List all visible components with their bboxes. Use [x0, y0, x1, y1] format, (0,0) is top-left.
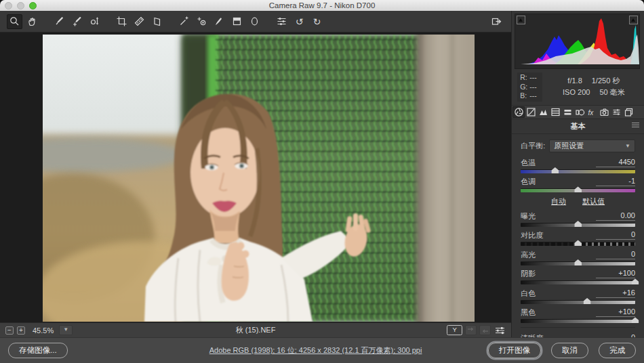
slider-track-contrast[interactable]: [521, 242, 635, 246]
slider-thumb-highlights[interactable]: [574, 259, 582, 265]
slider-label-blacks: 黑色: [521, 308, 536, 317]
slider-whites: 白色+16: [521, 289, 635, 304]
red-eye-tool-icon[interactable]: [194, 14, 209, 29]
slider-blacks: 黑色+100: [521, 307, 635, 323]
zoom-tool-icon[interactable]: [7, 14, 22, 29]
tab-effects[interactable]: fx: [586, 106, 598, 118]
tab-hsl-grayscale[interactable]: [549, 106, 561, 118]
titlebar: Camera Raw 9.7 - Nikon D700: [0, 0, 644, 11]
transform-tool-icon[interactable]: [149, 14, 165, 29]
rotate-right-icon[interactable]: ↻: [309, 14, 325, 29]
zoom-select-chevron-icon[interactable]: ▼: [59, 325, 73, 335]
slider-track-highlights[interactable]: [521, 261, 635, 265]
panel-header: 基本: [512, 119, 644, 134]
preview-settings-icon[interactable]: [494, 325, 506, 335]
slider-label-highlights: 高光: [521, 251, 536, 259]
rotate-left-icon[interactable]: ↺: [291, 14, 307, 29]
panel-menu-icon[interactable]: [632, 123, 639, 127]
straighten-tool-icon[interactable]: [132, 14, 147, 29]
slider-label-contrast: 对比度: [521, 231, 543, 240]
tab-snapshots[interactable]: [622, 106, 635, 118]
color-sampler-tool-icon[interactable]: [69, 14, 85, 29]
slider-value-tint[interactable]: -1: [596, 177, 635, 186]
traffic-lights: [5, 2, 37, 9]
slider-track-blacks[interactable]: [521, 319, 635, 323]
copy-settings-button[interactable]: [479, 325, 491, 335]
tab-presets[interactable]: [610, 106, 622, 118]
minimize-button[interactable]: [17, 2, 24, 9]
adjustment-brush-tool-icon[interactable]: [212, 14, 227, 29]
tab-lens-corrections[interactable]: [573, 106, 586, 118]
white-balance-tool-icon[interactable]: [52, 14, 67, 29]
radial-filter-tool-icon[interactable]: [247, 14, 262, 29]
slider-value-temperature[interactable]: 4450: [596, 158, 635, 167]
slider-track-shadows[interactable]: [521, 280, 635, 284]
preferences-tool-icon[interactable]: [274, 14, 289, 29]
preview-toggle-button[interactable]: Y: [447, 325, 462, 335]
done-button[interactable]: 完成: [599, 343, 636, 358]
slider-value-shadows[interactable]: +100: [596, 269, 635, 278]
slider-thumb-exposure[interactable]: [574, 221, 582, 227]
slider-value-blacks[interactable]: +100: [596, 307, 635, 317]
chevron-down-icon: ▼: [625, 143, 630, 149]
slider-value-whites[interactable]: +16: [596, 289, 635, 298]
slider-thumb-shadows[interactable]: [632, 278, 639, 284]
tab-camera-calibration[interactable]: [598, 106, 610, 118]
shadow-clipping-toggle[interactable]: [517, 16, 525, 24]
panel-title: 基本: [571, 122, 586, 130]
slider-label-tint: 色调: [521, 177, 536, 186]
camera-raw-window: Camera Raw 9.7 - Nikon D700: [0, 0, 644, 363]
slider-value-contrast[interactable]: 0: [596, 230, 635, 240]
spot-removal-tool-icon[interactable]: [176, 14, 192, 29]
default-link[interactable]: 默认值: [582, 196, 605, 207]
slider-thumb-temperature[interactable]: [551, 167, 559, 173]
basic-panel-body: 白平衡: 原照设置 ▼ 色温4450色调-1 自动 默认值 曝光0.00对比度0…: [512, 134, 644, 337]
slider-thumb-whites[interactable]: [584, 298, 591, 304]
graduated-filter-tool-icon[interactable]: [229, 14, 245, 29]
slider-value-exposure[interactable]: 0.00: [596, 211, 635, 221]
toggle-fullscreen-icon[interactable]: [489, 14, 504, 29]
close-button[interactable]: [5, 2, 12, 9]
slider-temperature: 色温4450: [521, 158, 635, 173]
slider-track-tint[interactable]: [521, 188, 635, 192]
slider-thumb-tint[interactable]: [574, 186, 582, 192]
hand-tool-icon[interactable]: [24, 14, 40, 29]
rgb-readout: R:--- G:--- B:---: [517, 72, 542, 102]
crop-tool-icon[interactable]: [114, 14, 129, 29]
image-info: R:--- G:--- B:--- f/1.81/250 秒 ISO 20050…: [512, 69, 644, 106]
slider-label-shadows: 阴影: [521, 270, 536, 278]
svg-text:fx: fx: [588, 108, 594, 116]
workflow-options-link[interactable]: Adobe RGB (1998); 16 位; 4256 x 2832 (12.…: [209, 345, 422, 356]
window-title: Camera Raw 9.7 - Nikon D700: [0, 1, 644, 9]
slider-track-whites[interactable]: [521, 300, 635, 304]
slider-label-whites: 白色: [521, 289, 536, 298]
save-image-button[interactable]: 存储图像...: [8, 343, 68, 358]
zoom-window-button[interactable]: [29, 2, 37, 9]
slider-label-exposure: 曝光: [521, 212, 536, 221]
tab-split-toning[interactable]: [561, 106, 573, 118]
slider-thumb-blacks[interactable]: [632, 317, 639, 323]
tab-detail[interactable]: [537, 106, 549, 118]
statusbar: − + 45.5% ▼ 秋 (15).NEF Y: [0, 322, 511, 337]
slider-track-temperature[interactable]: [521, 169, 635, 173]
slider-tint: 色调-1: [521, 177, 635, 192]
zoom-in-button[interactable]: +: [17, 326, 25, 335]
tab-basic[interactable]: [512, 106, 525, 118]
zoom-out-button[interactable]: −: [5, 326, 14, 335]
cancel-button[interactable]: 取消: [551, 343, 588, 358]
image-canvas[interactable]: [0, 33, 511, 322]
tab-tone-curve[interactable]: [525, 106, 537, 118]
auto-link[interactable]: 自动: [551, 196, 566, 207]
targeted-adjustment-tool-icon[interactable]: [87, 14, 102, 29]
highlight-clipping-toggle[interactable]: [629, 16, 638, 24]
open-image-button[interactable]: 打开图像: [488, 343, 541, 358]
slider-track-exposure[interactable]: [521, 223, 635, 227]
swap-before-after-button[interactable]: [465, 325, 477, 335]
filename: 秋 (15).NEF: [0, 325, 511, 335]
exif-readout: f/1.81/250 秒 ISO 20050 毫米: [548, 75, 640, 98]
slider-contrast: 对比度0: [521, 230, 635, 246]
white-balance-select[interactable]: 原照设置 ▼: [549, 140, 635, 152]
slider-value-highlights[interactable]: 0: [596, 250, 635, 259]
slider-thumb-contrast[interactable]: [574, 240, 582, 246]
photo-preview[interactable]: [43, 35, 475, 322]
